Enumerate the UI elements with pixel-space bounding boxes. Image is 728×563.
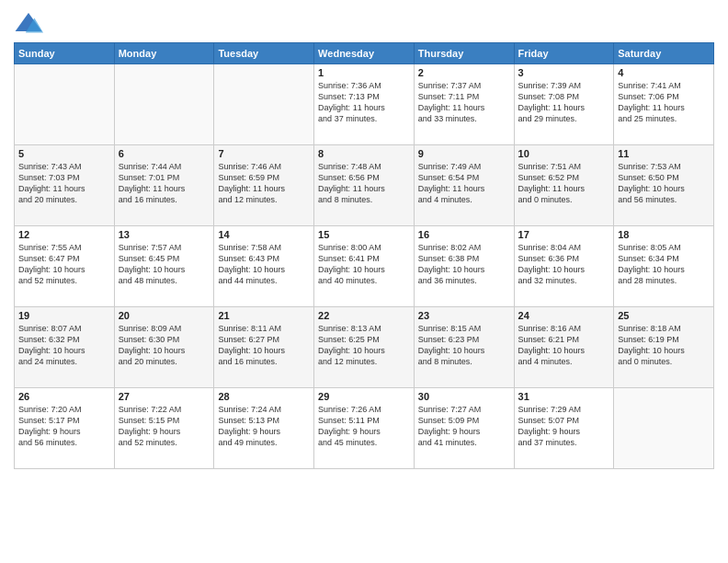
calendar-cell: 21Sunrise: 8:11 AM Sunset: 6:27 PM Dayli…: [214, 307, 314, 388]
calendar-cell: 14Sunrise: 7:58 AM Sunset: 6:43 PM Dayli…: [214, 226, 314, 307]
page-container: SundayMondayTuesdayWednesdayThursdayFrid…: [0, 0, 728, 474]
day-info: Sunrise: 8:00 AM Sunset: 6:41 PM Dayligh…: [318, 242, 410, 287]
day-info: Sunrise: 7:27 AM Sunset: 5:09 PM Dayligh…: [418, 404, 510, 449]
calendar-week-1: 1Sunrise: 7:36 AM Sunset: 7:13 PM Daylig…: [15, 64, 714, 145]
day-info: Sunrise: 8:07 AM Sunset: 6:32 PM Dayligh…: [18, 323, 110, 368]
day-info: Sunrise: 8:02 AM Sunset: 6:38 PM Dayligh…: [418, 242, 510, 287]
calendar-cell: [15, 64, 115, 145]
day-number: 16: [418, 229, 510, 240]
calendar-cell: [214, 64, 314, 145]
day-number: 30: [418, 391, 510, 402]
day-number: 20: [119, 310, 210, 321]
day-info: Sunrise: 7:44 AM Sunset: 7:01 PM Dayligh…: [119, 161, 210, 206]
logo: [14, 9, 47, 39]
day-info: Sunrise: 8:18 AM Sunset: 6:19 PM Dayligh…: [618, 323, 710, 368]
day-number: 7: [218, 148, 310, 159]
day-info: Sunrise: 7:43 AM Sunset: 7:03 PM Dayligh…: [18, 161, 110, 206]
day-number: 28: [218, 391, 310, 402]
day-number: 8: [318, 148, 410, 159]
weekday-header-sunday: Sunday: [15, 43, 115, 64]
calendar-cell: 22Sunrise: 8:13 AM Sunset: 6:25 PM Dayli…: [314, 307, 415, 388]
calendar-cell: 29Sunrise: 7:26 AM Sunset: 5:11 PM Dayli…: [314, 388, 415, 469]
day-number: 6: [119, 148, 210, 159]
day-number: 17: [518, 229, 610, 240]
day-info: Sunrise: 7:39 AM Sunset: 7:08 PM Dayligh…: [518, 80, 610, 125]
calendar-cell: 12Sunrise: 7:55 AM Sunset: 6:47 PM Dayli…: [15, 226, 115, 307]
logo-icon: [14, 9, 43, 39]
day-number: 21: [218, 310, 310, 321]
day-number: 24: [518, 310, 610, 321]
day-info: Sunrise: 7:58 AM Sunset: 6:43 PM Dayligh…: [218, 242, 310, 287]
day-number: 18: [618, 229, 710, 240]
day-number: 10: [518, 148, 610, 159]
calendar-week-5: 26Sunrise: 7:20 AM Sunset: 5:17 PM Dayli…: [15, 388, 714, 469]
calendar-cell: 10Sunrise: 7:51 AM Sunset: 6:52 PM Dayli…: [514, 145, 614, 226]
calendar-cell: 7Sunrise: 7:46 AM Sunset: 6:59 PM Daylig…: [214, 145, 314, 226]
calendar-cell: 6Sunrise: 7:44 AM Sunset: 7:01 PM Daylig…: [114, 145, 214, 226]
calendar-cell: 15Sunrise: 8:00 AM Sunset: 6:41 PM Dayli…: [314, 226, 415, 307]
calendar-cell: 30Sunrise: 7:27 AM Sunset: 5:09 PM Dayli…: [414, 388, 514, 469]
calendar-cell: 25Sunrise: 8:18 AM Sunset: 6:19 PM Dayli…: [614, 307, 714, 388]
weekday-header-wednesday: Wednesday: [314, 43, 415, 64]
weekday-header-saturday: Saturday: [614, 43, 714, 64]
day-number: 5: [18, 148, 110, 159]
day-info: Sunrise: 7:26 AM Sunset: 5:11 PM Dayligh…: [318, 404, 410, 449]
day-info: Sunrise: 7:24 AM Sunset: 5:13 PM Dayligh…: [218, 404, 310, 449]
calendar-cell: 18Sunrise: 8:05 AM Sunset: 6:34 PM Dayli…: [614, 226, 714, 307]
calendar-week-2: 5Sunrise: 7:43 AM Sunset: 7:03 PM Daylig…: [15, 145, 714, 226]
calendar-cell: 16Sunrise: 8:02 AM Sunset: 6:38 PM Dayli…: [414, 226, 514, 307]
day-info: Sunrise: 7:55 AM Sunset: 6:47 PM Dayligh…: [18, 242, 110, 287]
day-number: 15: [318, 229, 410, 240]
day-number: 11: [618, 148, 710, 159]
day-number: 9: [418, 148, 510, 159]
day-number: 27: [119, 391, 210, 402]
day-info: Sunrise: 7:46 AM Sunset: 6:59 PM Dayligh…: [218, 161, 310, 206]
day-info: Sunrise: 8:16 AM Sunset: 6:21 PM Dayligh…: [518, 323, 610, 368]
calendar-cell: [614, 388, 714, 469]
day-info: Sunrise: 7:41 AM Sunset: 7:06 PM Dayligh…: [618, 80, 710, 125]
day-info: Sunrise: 7:22 AM Sunset: 5:15 PM Dayligh…: [119, 404, 210, 449]
calendar-cell: 20Sunrise: 8:09 AM Sunset: 6:30 PM Dayli…: [114, 307, 214, 388]
day-number: 1: [318, 67, 410, 78]
calendar-cell: 31Sunrise: 7:29 AM Sunset: 5:07 PM Dayli…: [514, 388, 614, 469]
calendar-cell: [114, 64, 214, 145]
calendar-header: SundayMondayTuesdayWednesdayThursdayFrid…: [15, 43, 714, 64]
calendar-cell: 17Sunrise: 8:04 AM Sunset: 6:36 PM Dayli…: [514, 226, 614, 307]
day-number: 26: [18, 391, 110, 402]
day-number: 23: [418, 310, 510, 321]
day-info: Sunrise: 7:49 AM Sunset: 6:54 PM Dayligh…: [418, 161, 510, 206]
day-info: Sunrise: 7:53 AM Sunset: 6:50 PM Dayligh…: [618, 161, 710, 206]
weekday-header-monday: Monday: [114, 43, 214, 64]
weekday-header-row: SundayMondayTuesdayWednesdayThursdayFrid…: [15, 43, 714, 64]
calendar-cell: 13Sunrise: 7:57 AM Sunset: 6:45 PM Dayli…: [114, 226, 214, 307]
day-number: 29: [318, 391, 410, 402]
calendar-cell: 4Sunrise: 7:41 AM Sunset: 7:06 PM Daylig…: [614, 64, 714, 145]
calendar-cell: 8Sunrise: 7:48 AM Sunset: 6:56 PM Daylig…: [314, 145, 415, 226]
calendar-body: 1Sunrise: 7:36 AM Sunset: 7:13 PM Daylig…: [15, 64, 714, 469]
day-info: Sunrise: 8:09 AM Sunset: 6:30 PM Dayligh…: [119, 323, 210, 368]
day-number: 19: [18, 310, 110, 321]
day-number: 22: [318, 310, 410, 321]
calendar-cell: 2Sunrise: 7:37 AM Sunset: 7:11 PM Daylig…: [414, 64, 514, 145]
day-info: Sunrise: 8:04 AM Sunset: 6:36 PM Dayligh…: [518, 242, 610, 287]
day-info: Sunrise: 8:15 AM Sunset: 6:23 PM Dayligh…: [418, 323, 510, 368]
day-info: Sunrise: 7:36 AM Sunset: 7:13 PM Dayligh…: [318, 80, 410, 125]
day-number: 3: [518, 67, 610, 78]
day-number: 13: [119, 229, 210, 240]
calendar-cell: 28Sunrise: 7:24 AM Sunset: 5:13 PM Dayli…: [214, 388, 314, 469]
day-info: Sunrise: 7:29 AM Sunset: 5:07 PM Dayligh…: [518, 404, 610, 449]
day-number: 12: [18, 229, 110, 240]
weekday-header-thursday: Thursday: [414, 43, 514, 64]
day-info: Sunrise: 8:11 AM Sunset: 6:27 PM Dayligh…: [218, 323, 310, 368]
day-number: 14: [218, 229, 310, 240]
calendar-cell: 26Sunrise: 7:20 AM Sunset: 5:17 PM Dayli…: [15, 388, 115, 469]
day-number: 31: [518, 391, 610, 402]
calendar-cell: 9Sunrise: 7:49 AM Sunset: 6:54 PM Daylig…: [414, 145, 514, 226]
calendar-week-4: 19Sunrise: 8:07 AM Sunset: 6:32 PM Dayli…: [15, 307, 714, 388]
calendar-cell: 1Sunrise: 7:36 AM Sunset: 7:13 PM Daylig…: [314, 64, 415, 145]
weekday-header-tuesday: Tuesday: [214, 43, 314, 64]
day-info: Sunrise: 7:20 AM Sunset: 5:17 PM Dayligh…: [18, 404, 110, 449]
calendar-cell: 3Sunrise: 7:39 AM Sunset: 7:08 PM Daylig…: [514, 64, 614, 145]
day-info: Sunrise: 7:37 AM Sunset: 7:11 PM Dayligh…: [418, 80, 510, 125]
calendar-cell: 24Sunrise: 8:16 AM Sunset: 6:21 PM Dayli…: [514, 307, 614, 388]
